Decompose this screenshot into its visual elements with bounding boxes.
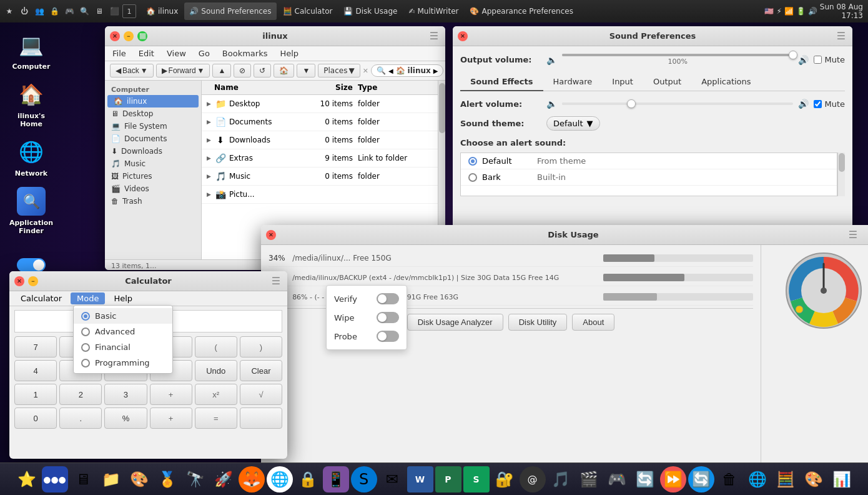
disk-context-wipe[interactable]: Wipe [327, 308, 407, 327]
fm-menu-go[interactable]: Go [196, 48, 212, 59]
taskbar-app-calc[interactable]: 🧮 Calculator [278, 2, 338, 20]
dock-anydesk-icon[interactable]: ⏩ [660, 466, 686, 492]
dock-vlc-icon[interactable]: 🎵 [548, 466, 574, 492]
dock-paint-icon[interactable]: 🎨 [126, 466, 152, 492]
taskbar-app-writer[interactable]: ✍ MultiWriter [403, 2, 463, 20]
calc-menu-icon[interactable]: ☰ [270, 275, 282, 288]
dock-password-icon[interactable]: 🔐 [491, 466, 518, 492]
fm-forward-button[interactable]: ▶ Forward ▼ [156, 64, 210, 78]
disk-about-button[interactable]: About [572, 314, 614, 331]
alert-mute-checkbox[interactable] [814, 100, 822, 108]
sound-scrollbar[interactable] [837, 152, 845, 196]
dock-chrome-icon[interactable]: 🌐 [267, 466, 293, 492]
output-slider-handle[interactable] [789, 51, 797, 59]
tab-hardware[interactable]: Hardware [543, 73, 603, 91]
filemanager-max-button[interactable]: ⬜ [137, 31, 147, 41]
dock-video-icon[interactable]: 🎬 [576, 466, 602, 492]
table-row[interactable]: ▶ 🎵 Music 0 items folder [202, 168, 438, 186]
alert-volume-slider[interactable] [562, 102, 793, 105]
sound-menu-icon[interactable]: ☰ [835, 30, 847, 42]
dock-files-icon[interactable]: 📁 [98, 466, 124, 492]
tab-output[interactable]: Output [643, 73, 691, 91]
verify-toggle[interactable] [377, 293, 399, 304]
fm-stop-button[interactable]: ⊘ [234, 64, 251, 78]
table-row[interactable]: ▶ 📁 Desktop 10 items folder [202, 95, 438, 113]
calc-menu-help[interactable]: Help [107, 292, 139, 304]
sidebar-item-documents[interactable]: 📄 Documents [105, 132, 201, 145]
desktop-icon-network[interactable]: 🌐 Network [6, 134, 56, 180]
sound-close-button[interactable]: ✕ [458, 31, 468, 41]
taskbar-lock-icon[interactable]: 🔒 [47, 4, 61, 18]
dock-blue-icon[interactable]: ●●● [42, 466, 68, 492]
dock-calc-icon[interactable]: 🧮 [772, 466, 799, 492]
calc-btn-undo[interactable]: Undo [195, 360, 237, 381]
table-row[interactable]: ▶ 🔗 Extras 9 items Link to folder [202, 149, 438, 168]
col-header-size[interactable]: Size [308, 83, 358, 92]
calc-btn-clear[interactable]: Clear [240, 360, 282, 381]
calc-btn-3[interactable]: 3 [104, 384, 147, 405]
desktop-icon-appfinder[interactable]: 🔍 Application Finder [6, 184, 56, 238]
alert-sound-bark[interactable]: Bark Built-in [461, 169, 837, 186]
mode-item-programming[interactable]: Programming [74, 355, 172, 371]
fm-reload-button[interactable]: ↺ [254, 64, 271, 78]
fm-menu-file[interactable]: File [110, 48, 129, 59]
mode-item-basic[interactable]: Basic [74, 308, 172, 324]
sidebar-item-videos[interactable]: 🎬 Videos [105, 182, 201, 195]
calc-btn-add[interactable]: + [150, 384, 192, 405]
output-mute-checkbox[interactable] [814, 56, 822, 64]
disk-close-button[interactable]: ✕ [266, 230, 276, 240]
disk-context-verify[interactable]: Verify [327, 289, 407, 308]
calc-btn-0[interactable]: 0 [14, 408, 57, 429]
dock-word-icon[interactable]: W [407, 466, 433, 492]
fm-places-button[interactable]: Places ▼ [318, 64, 360, 78]
dock-desktop-icon[interactable]: 🖥 [70, 466, 96, 492]
calc-btn-close-paren[interactable]: ) [240, 336, 282, 358]
fm-back-button[interactable]: ◀ Back ▼ [110, 64, 154, 78]
disk-analyzer-button[interactable]: Disk Usage Analyzer [407, 314, 503, 331]
taskbar-power-icon[interactable]: ⏻ [17, 4, 31, 18]
fm-scrollbar-thumb[interactable] [439, 83, 445, 133]
dock-mail-icon[interactable]: ✉ [379, 466, 405, 492]
mode-item-advanced[interactable]: Advanced [74, 324, 172, 339]
taskbar-search-icon[interactable]: 🔍 [77, 4, 91, 18]
taskbar-workspace-num[interactable]: 1 [122, 4, 136, 18]
dock-rocket-icon[interactable]: 🚀 [210, 466, 237, 492]
taskbar-star-icon[interactable]: ★ [2, 4, 16, 18]
tab-input[interactable]: Input [602, 73, 643, 91]
taskbar-terminal-icon[interactable]: ⬛ [107, 4, 121, 18]
dock-skype-icon[interactable]: S [351, 466, 377, 492]
sidebar-item-filesystem[interactable]: 💻 File System [105, 120, 201, 132]
dock-star-icon[interactable]: ⭐ [14, 466, 40, 492]
taskbar-user-icon[interactable]: 👥 [32, 4, 46, 18]
calc-btn-equals[interactable]: = [195, 408, 237, 429]
disk-utility-button[interactable]: Disk Utility [508, 314, 568, 331]
sidebar-item-downloads[interactable]: ⬇ Downloads [105, 145, 201, 158]
dock-timeshift-icon[interactable]: 🔄 [632, 466, 658, 492]
filemanager-menu-icon[interactable]: ☰ [428, 30, 440, 42]
output-volume-slider[interactable] [562, 54, 793, 56]
sidebar-item-desktop[interactable]: 🖥 Desktop [105, 108, 201, 120]
tab-applications[interactable]: Applications [691, 73, 761, 91]
calc-btn-square[interactable]: x² [195, 384, 237, 405]
taskbar-screen-icon[interactable]: 🖥 [92, 4, 106, 18]
sidebar-item-ilinux[interactable]: 🏠 ilinux [107, 95, 199, 108]
dock-shield-icon[interactable]: 🔒 [295, 466, 321, 492]
dock-at-icon[interactable]: @ [520, 466, 546, 492]
fm-menu-view[interactable]: View [164, 48, 189, 59]
sidebar-item-music[interactable]: 🎵 Music [105, 158, 201, 170]
calc-btn-7[interactable]: 7 [14, 336, 57, 358]
calc-btn-blank[interactable] [240, 408, 282, 429]
dock-binoculars-icon[interactable]: 🔭 [182, 466, 209, 492]
calc-menu-calculator[interactable]: Calculator [14, 292, 68, 304]
dock-network2-icon[interactable]: 🌐 [744, 466, 771, 492]
calc-btn-open-paren[interactable]: ( [195, 336, 237, 358]
calc-min-button[interactable]: − [28, 276, 38, 286]
calc-btn-sqrt[interactable]: √ [240, 384, 282, 405]
fm-menu-help[interactable]: Help [277, 48, 301, 59]
dock-theme-icon[interactable]: 🎨 [801, 466, 827, 492]
dock-viber-icon[interactable]: 📱 [323, 466, 349, 492]
dock-teamviewer-icon[interactable]: 🔄 [688, 466, 714, 492]
tab-sound-effects[interactable]: Sound Effects [460, 73, 543, 91]
wipe-toggle[interactable] [377, 312, 399, 323]
taskbar-app-disk[interactable]: 💾 Disk Usage [338, 2, 402, 20]
